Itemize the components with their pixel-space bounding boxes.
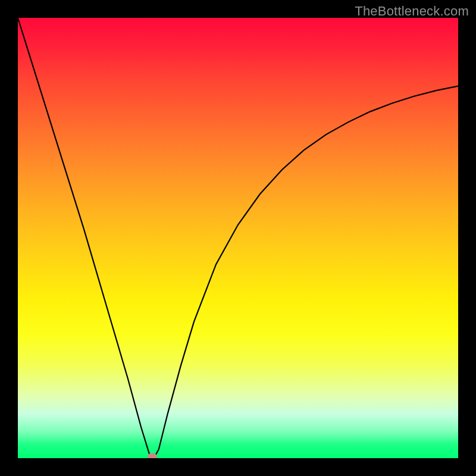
watermark-text: TheBottleneck.com	[355, 4, 469, 19]
minimum-marker	[148, 453, 157, 459]
plot-area	[18, 18, 458, 458]
chart-frame: TheBottleneck.com	[0, 0, 476, 476]
bottleneck-curve	[18, 18, 458, 458]
